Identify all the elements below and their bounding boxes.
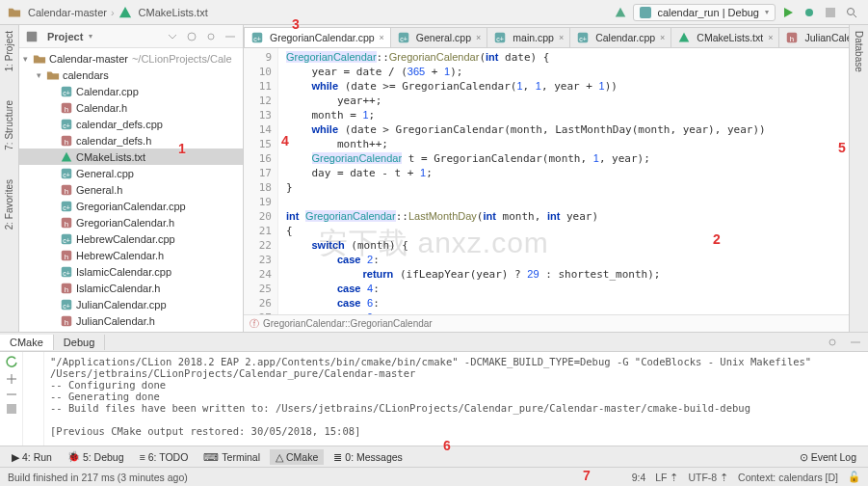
stop-button[interactable] [822, 4, 839, 21]
tree-item[interactable]: c+GregorianCalendar.cpp [19, 198, 243, 214]
tree-item[interactable]: c+IslamicCalendar.cpp [19, 263, 243, 280]
locate-icon[interactable] [185, 30, 198, 43]
close-icon: × [559, 33, 564, 42]
close-icon: × [768, 33, 773, 42]
tool-terminal[interactable]: ⌨ Terminal [197, 449, 266, 465]
console-output[interactable]: "/Applications/CLion 2018.2 EAP 2.app/Co… [44, 352, 868, 446]
gear-icon[interactable] [826, 336, 839, 349]
rail-project[interactable]: 1: Project [4, 31, 14, 71]
svg-text:c+: c+ [497, 36, 505, 42]
search-button[interactable] [843, 4, 860, 21]
status-context[interactable]: Context: calendars [D] [738, 472, 838, 483]
reload-icon[interactable] [5, 356, 18, 369]
svg-text:c+: c+ [253, 36, 261, 42]
svg-point-3 [848, 8, 855, 14]
tree-item[interactable]: ▾calendars [19, 67, 243, 83]
tool-todo[interactable]: ≡ 6: TODO [134, 449, 195, 465]
editor-breadcrumb[interactable]: ⓕ GregorianCalendar::GregorianCalendar [244, 314, 849, 332]
hide-icon[interactable] [849, 336, 862, 349]
rail-structure[interactable]: 7: Structure [4, 100, 14, 150]
svg-text:h: h [65, 284, 68, 293]
gear-icon[interactable] [204, 30, 218, 43]
svg-text:c+: c+ [579, 36, 587, 42]
chevron-down-icon: ▾ [765, 8, 769, 16]
right-tool-rail: Database [849, 25, 868, 332]
tree-item[interactable]: c+Calendar.cpp [19, 83, 243, 99]
svg-point-1 [805, 9, 813, 16]
collapse-icon[interactable] [166, 30, 179, 43]
project-icon [25, 30, 39, 43]
svg-text:c+: c+ [63, 236, 70, 243]
rail-favorites[interactable]: 2: Favorites [4, 179, 14, 230]
project-tree[interactable]: ▾Calendar-master~/CLionProjects/Cale▾cal… [19, 48, 243, 332]
svg-text:h: h [65, 252, 68, 260]
tree-item[interactable]: c+HebrewCalendar.cpp [19, 230, 243, 247]
bottom-tab-cmake[interactable]: CMake [0, 335, 54, 350]
minus-icon[interactable] [6, 389, 17, 400]
status-caret-pos[interactable]: 9:4 [632, 472, 646, 483]
editor-tab[interactable]: c+General.cpp× [390, 27, 487, 47]
editor-tab[interactable]: CMakeLists.txt× [671, 27, 779, 47]
status-msg: Build finished in 217 ms (3 minutes ago) [8, 472, 188, 483]
tree-item[interactable]: c+General.cpp [19, 165, 243, 181]
build-button[interactable] [612, 4, 629, 21]
tool-messages[interactable]: ≣ 0: Messages [328, 449, 408, 465]
editor-area: c+GregorianCalendar.cpp×c+General.cpp×c+… [244, 25, 849, 332]
svg-text:c+: c+ [63, 122, 70, 128]
tool-debug[interactable]: 🐞 5: Debug [62, 448, 130, 465]
breadcrumb[interactable]: Calendar-master › CMakeLists.txt [8, 6, 608, 19]
status-line-sep[interactable]: LF ⇡ [655, 472, 678, 483]
hide-icon[interactable] [224, 30, 237, 43]
editor-tab[interactable]: c+Calendar.cpp× [569, 27, 671, 47]
tree-item[interactable]: CMakeLists.txt [19, 148, 243, 165]
rail-database[interactable]: Database [854, 31, 864, 72]
code-editor[interactable]: GregorianCalendar::GregorianCalendar(int… [278, 48, 849, 314]
tree-item[interactable]: hHebrewCalendar.h [19, 247, 243, 263]
plus-icon[interactable] [6, 373, 17, 385]
status-bar: Build finished in 217 ms (3 minutes ago)… [0, 467, 868, 486]
svg-text:h: h [65, 186, 68, 195]
tree-item[interactable]: c+calendar_defs.cpp [19, 116, 243, 132]
svg-text:h: h [65, 137, 68, 146]
svg-text:c+: c+ [400, 36, 408, 42]
editor-tab[interactable]: c+main.cpp× [487, 27, 570, 47]
breadcrumb-file: CMakeLists.txt [139, 7, 208, 18]
tree-item[interactable]: c+JulianCalendar.cpp [19, 296, 243, 312]
debug-button[interactable] [801, 4, 818, 21]
tool-event-log[interactable]: ⊙ Event Log [794, 449, 862, 465]
folder-icon [8, 6, 21, 19]
editor-tab[interactable]: hJulianCalendar.h× [778, 27, 849, 47]
close-icon: × [660, 33, 665, 42]
run-button[interactable] [779, 4, 797, 21]
svg-text:h: h [65, 317, 68, 326]
app-icon [640, 7, 651, 18]
editor-tab[interactable]: c+GregorianCalendar.cpp× [244, 27, 391, 47]
bottom-tab-debug[interactable]: Debug [54, 335, 105, 350]
bottom-panel: CMake Debug "/Applications/CLion 2018.2 … [0, 332, 868, 446]
stop-icon[interactable] [7, 404, 16, 414]
tool-cmake[interactable]: △ CMake [270, 449, 324, 465]
run-config-selector[interactable]: calendar_run | Debug ▾ [633, 4, 776, 21]
svg-point-6 [208, 34, 214, 40]
lock-icon[interactable]: 🔓 [848, 471, 860, 483]
bottom-tabs: CMake Debug [0, 333, 868, 352]
svg-point-5 [188, 33, 196, 40]
tree-item[interactable]: hGeneral.h [19, 181, 243, 198]
tool-window-bar: ▶ 4: Run 🐞 5: Debug ≡ 6: TODO ⌨ Terminal… [0, 446, 868, 467]
tree-item[interactable]: hGregorianCalendar.h [19, 214, 243, 230]
svg-text:c+: c+ [63, 171, 70, 177]
breadcrumb-root: Calendar-master [28, 7, 107, 18]
tree-item[interactable]: hIslamicCalendar.h [19, 280, 243, 296]
tree-item[interactable]: hCalendar.h [19, 99, 243, 116]
tool-run[interactable]: ▶ 4: Run [6, 449, 58, 465]
line-gutter[interactable]: 9101112131415161718192021222324252627282… [244, 48, 278, 314]
chevron-down-icon[interactable]: ▾ [89, 32, 92, 40]
svg-rect-2 [826, 8, 835, 17]
top-toolbar: Calendar-master › CMakeLists.txt calenda… [0, 0, 868, 25]
tree-item[interactable]: hcalendar_defs.h [19, 132, 243, 148]
tree-item[interactable]: ▾Calendar-master~/CLionProjects/Cale [19, 50, 243, 67]
tree-item[interactable]: hJulianCalendar.h [19, 312, 243, 329]
editor-tabs[interactable]: c+GregorianCalendar.cpp×c+General.cpp×c+… [244, 25, 849, 48]
project-panel: Project ▾ ▾Calendar-master~/CLionProject… [19, 25, 244, 332]
status-encoding[interactable]: UTF-8 ⇡ [688, 472, 728, 483]
